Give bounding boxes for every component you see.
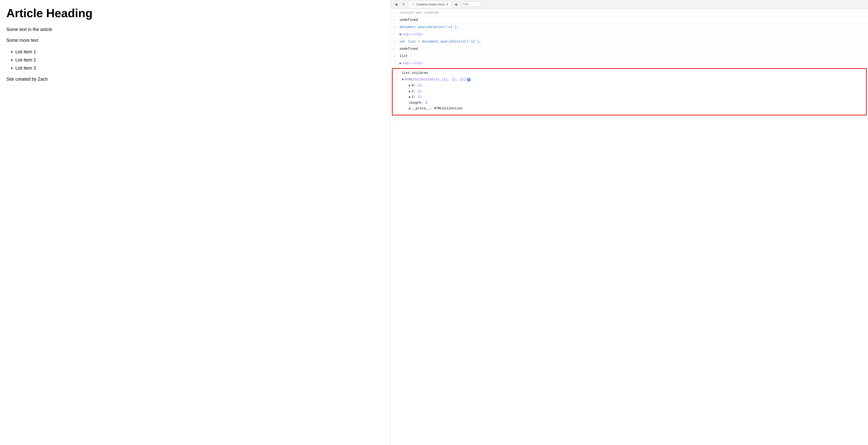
item-2-label: 2: li bbox=[412, 95, 863, 100]
tab-label: CodePen (index.html) bbox=[416, 3, 445, 6]
devtools-console-panel: ◀ ↻ 📄 CodePen (index.html) ✕ ◀ ← Console… bbox=[391, 0, 868, 445]
html-collection-label: HTMLCollection(3) [li, li, li] bbox=[405, 77, 466, 82]
console-row-ul-1: ← <ul>…</ul> bbox=[391, 31, 868, 38]
console-row-undefined-1: ← undefined bbox=[391, 17, 868, 24]
article-preview-panel: Article Heading Some text in the article… bbox=[0, 0, 391, 445]
filter-input[interactable] bbox=[460, 2, 481, 7]
item-1-label: 1: li bbox=[412, 89, 863, 94]
length-label: length: 3 bbox=[409, 101, 427, 105]
article-list: List item 1 List item 2 List item 3 bbox=[6, 48, 384, 72]
console-ul-result-1[interactable]: <ul>…</ul> bbox=[400, 32, 865, 37]
arrow-icon: › bbox=[393, 54, 397, 59]
console-row-queryselector-1: › document.querySelector('ul'); bbox=[391, 24, 868, 31]
list-item: List item 3 bbox=[16, 64, 384, 72]
list-children-input: list.children bbox=[402, 71, 863, 76]
devtools-topbar: ◀ ↻ 📄 CodePen (index.html) ✕ ◀ bbox=[391, 0, 868, 9]
list-item: List item 1 bbox=[16, 48, 384, 56]
expand-icon[interactable] bbox=[409, 84, 411, 87]
article-text-2: Some more text bbox=[6, 37, 384, 44]
arrow-icon: › bbox=[395, 71, 399, 76]
collapse-icon[interactable] bbox=[402, 79, 404, 81]
arrow-icon: ← bbox=[393, 46, 397, 52]
article-heading: Article Heading bbox=[6, 7, 384, 20]
devtools-add-tab-button[interactable]: ◀ bbox=[453, 1, 459, 7]
devtools-refresh-button[interactable]: ↻ bbox=[401, 1, 407, 7]
console-input-row: › bbox=[391, 116, 868, 123]
console-row-ul-2: ← <ul>…</ul> bbox=[391, 60, 868, 67]
devtools-tab-codepen[interactable]: 📄 CodePen (index.html) ✕ bbox=[408, 1, 452, 8]
console-undefined-2: undefined bbox=[400, 46, 865, 52]
expand-icon[interactable] bbox=[400, 33, 401, 35]
expand-icon[interactable] bbox=[409, 107, 411, 110]
arrow-icon: › bbox=[393, 39, 397, 44]
console-highlighted-section: › list.children ← HTMLCollection(3) [li,… bbox=[392, 68, 867, 115]
arrow-icon: ← bbox=[393, 32, 397, 37]
expand-icon[interactable] bbox=[409, 90, 411, 93]
tab-icon: 📄 bbox=[411, 3, 415, 6]
arrow-icon: ← bbox=[393, 18, 397, 23]
arrow-icon: › bbox=[393, 25, 397, 30]
console-undefined-1: undefined bbox=[400, 18, 865, 23]
console-row-cleared: ← Console was cleared bbox=[391, 9, 868, 17]
arrow-icon: ← bbox=[393, 61, 397, 66]
tab-close-icon[interactable]: ✕ bbox=[446, 3, 448, 6]
console-row-var-list: › var list = document.querySelector('ul'… bbox=[391, 38, 868, 46]
console-var-list-input: var list = document.querySelector('ul'); bbox=[400, 39, 865, 44]
console-output: ← Console was cleared ← undefined › docu… bbox=[391, 9, 868, 445]
arrow-icon: ← bbox=[393, 10, 397, 15]
item-0-label: 0: li bbox=[412, 83, 863, 88]
article-footer: Site created by Zach bbox=[6, 76, 384, 82]
caret-icon: › bbox=[393, 118, 395, 122]
expand-icon[interactable] bbox=[400, 62, 401, 64]
list-item: List item 2 bbox=[16, 56, 384, 64]
length-value: 3 bbox=[425, 101, 427, 105]
article-text-1: Some text in the article bbox=[6, 26, 384, 33]
console-list-input: list bbox=[400, 54, 865, 59]
console-row-list: › list bbox=[391, 53, 868, 60]
console-ul-result-2[interactable]: <ul>…</ul> bbox=[400, 61, 865, 66]
console-cleared-text: Console was cleared bbox=[400, 10, 865, 15]
info-icon: i bbox=[467, 78, 471, 81]
devtools-back-button[interactable]: ◀ bbox=[393, 1, 399, 7]
proto-label: __proto__: HTMLCollection bbox=[412, 106, 863, 111]
arrow-icon: ← bbox=[395, 77, 399, 82]
console-queryselector-input: document.querySelector('ul'); bbox=[400, 25, 865, 30]
expand-icon[interactable] bbox=[409, 96, 411, 98]
console-row-undefined-2: ← undefined bbox=[391, 46, 868, 53]
